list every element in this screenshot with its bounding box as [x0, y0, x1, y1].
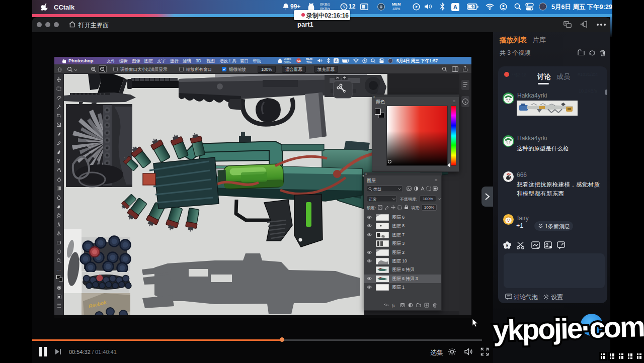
svg-text:fx: fx	[392, 303, 395, 308]
svg-text:1: 1	[506, 244, 508, 247]
